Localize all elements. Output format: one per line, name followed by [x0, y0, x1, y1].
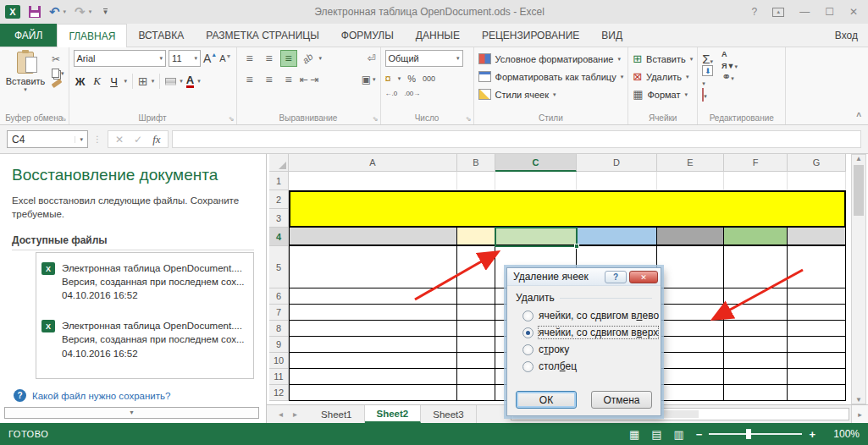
column-header-A[interactable]: A: [289, 154, 457, 172]
cell-G9[interactable]: [788, 337, 846, 353]
cell-F7[interactable]: [724, 305, 788, 321]
undo-icon[interactable]: ↶: [49, 4, 60, 19]
cut-icon[interactable]: ✂: [52, 53, 60, 65]
accounting-dropdown-icon[interactable]: ▾: [398, 75, 401, 82]
align-middle-icon[interactable]: ≡: [261, 50, 278, 67]
confirm-entry-icon[interactable]: ✓: [134, 134, 142, 146]
tab-review[interactable]: РЕЦЕНЗИРОВАНИЕ: [471, 24, 590, 47]
borders-dropdown-icon[interactable]: ▾: [152, 78, 155, 85]
cell-B9[interactable]: [457, 337, 495, 353]
number-format-combo[interactable]: Общий▾: [385, 50, 463, 67]
insert-cells-button[interactable]: ⊞ Вставить ▾: [633, 50, 693, 68]
minimize-icon[interactable]: —: [799, 6, 810, 18]
cancel-entry-icon[interactable]: ✕: [115, 134, 124, 146]
increase-font-icon[interactable]: A▲: [203, 52, 217, 65]
redo-dropdown-icon[interactable]: ▾: [89, 8, 92, 15]
cell-F1[interactable]: [724, 172, 788, 190]
format-painter-icon[interactable]: [52, 79, 63, 88]
column-header-F[interactable]: F: [724, 154, 788, 172]
cell-B5[interactable]: [457, 246, 495, 288]
font-family-dropdown-icon[interactable]: ▾: [157, 55, 163, 62]
sheet-tab-sheet2[interactable]: Sheet2: [365, 405, 422, 423]
align-right-icon[interactable]: ≡: [280, 71, 297, 88]
radio-unselected-icon[interactable]: [522, 310, 534, 321]
fill-dropdown-icon[interactable]: ▾: [702, 80, 705, 86]
cell-E12[interactable]: [657, 385, 724, 401]
format-cells-button[interactable]: ▦ Формат ▾: [633, 85, 693, 103]
cell-A1[interactable]: [289, 172, 457, 190]
scroll-right-icon[interactable]: ▸: [851, 405, 868, 423]
cell-A8[interactable]: [289, 321, 457, 337]
sign-in-link[interactable]: Вход: [825, 24, 868, 47]
number-format-dropdown-icon[interactable]: ▾: [453, 55, 460, 62]
cell-C4[interactable]: [495, 228, 577, 246]
column-header-C[interactable]: C: [495, 154, 577, 172]
ok-button[interactable]: ОК: [516, 391, 577, 409]
maximize-icon[interactable]: ☐: [825, 6, 834, 18]
accounting-format-icon[interactable]: ¤: [385, 72, 391, 85]
cell-F5[interactable]: [724, 246, 788, 288]
cell-B7[interactable]: [457, 305, 495, 321]
dialog-close-button[interactable]: ✕: [629, 271, 658, 283]
cell-A11[interactable]: [289, 369, 457, 385]
page-layout-view-icon[interactable]: ▤: [651, 428, 661, 441]
fill-color-icon[interactable]: [165, 78, 176, 85]
option-entire-row[interactable]: строку: [522, 343, 652, 355]
font-dialog-launcher-icon[interactable]: ⇘: [229, 115, 235, 123]
align-left-icon[interactable]: ≡: [241, 71, 258, 88]
tab-home[interactable]: ГЛАВНАЯ: [57, 24, 127, 47]
cell-G4[interactable]: [788, 228, 846, 246]
help-icon[interactable]: ?: [751, 6, 757, 18]
cell-D4[interactable]: [577, 228, 657, 246]
cell-B11[interactable]: [457, 369, 495, 385]
font-color-dropdown-icon[interactable]: ▾: [197, 78, 201, 85]
cell-C1[interactable]: [495, 172, 577, 190]
merge-dropdown-icon[interactable]: ▾: [373, 76, 376, 83]
tab-insert[interactable]: ВСТАВКА: [127, 24, 195, 47]
find-select-icon[interactable]: ⚭: [721, 70, 731, 83]
cell-G10[interactable]: [788, 353, 846, 369]
normal-view-icon[interactable]: ▦: [629, 428, 639, 441]
cell-B6[interactable]: [457, 288, 495, 305]
clear-dropdown-icon[interactable]: ▾: [704, 93, 707, 99]
row-header-11[interactable]: 11: [269, 369, 289, 385]
cell-F4[interactable]: [724, 228, 788, 246]
recovery-file-item[interactable]: X Электронная таблица OpenDocument.... В…: [41, 261, 248, 302]
row-header-12[interactable]: 12: [269, 385, 289, 401]
zoom-slider-thumb[interactable]: [746, 429, 751, 439]
cell-F11[interactable]: [724, 369, 788, 385]
dialog-title-bar[interactable]: Удаление ячеек ? ✕: [507, 268, 661, 286]
column-header-G[interactable]: G: [788, 154, 846, 172]
cell-B8[interactable]: [457, 321, 495, 337]
zoom-slider[interactable]: [709, 433, 802, 435]
cell-G11[interactable]: [788, 369, 846, 385]
copy-dropdown-icon[interactable]: ▾: [61, 70, 64, 77]
cell-F6[interactable]: [724, 288, 788, 305]
collapse-ribbon-icon[interactable]: ^: [856, 112, 861, 121]
cell-F9[interactable]: [724, 337, 788, 353]
tab-formulas[interactable]: ФОРМУЛЫ: [330, 24, 405, 47]
row-header-7[interactable]: 7: [269, 305, 289, 321]
zoom-out-icon[interactable]: −: [696, 428, 703, 441]
radio-unselected-icon[interactable]: [522, 344, 534, 355]
column-header-E[interactable]: E: [657, 154, 724, 172]
find-dropdown-icon[interactable]: ▾: [731, 75, 734, 81]
fill-color-dropdown-icon[interactable]: ▾: [180, 78, 183, 85]
font-color-icon[interactable]: А: [186, 74, 194, 88]
copy-icon[interactable]: [52, 69, 59, 78]
paste-dropdown-icon[interactable]: ▾: [24, 86, 27, 93]
decrease-font-icon[interactable]: A▼: [219, 53, 231, 63]
recovery-pane-dropdown[interactable]: ▼: [4, 407, 259, 419]
increase-indent-icon[interactable]: ⇥: [311, 74, 319, 85]
borders-icon[interactable]: ⊞: [138, 74, 148, 88]
cell-E9[interactable]: [657, 337, 724, 353]
vertical-scrollbar[interactable]: ▲ ▼: [851, 154, 866, 404]
cell-F8[interactable]: [724, 321, 788, 337]
cell-E5[interactable]: [657, 246, 724, 288]
cell-E1[interactable]: [657, 172, 724, 190]
radio-selected-icon[interactable]: [522, 327, 534, 338]
percent-style-button[interactable]: %: [407, 74, 416, 84]
cell-A7[interactable]: [289, 305, 457, 321]
tab-file[interactable]: ФАЙЛ: [0, 24, 57, 47]
name-box[interactable]: C4 ▾: [7, 130, 88, 148]
